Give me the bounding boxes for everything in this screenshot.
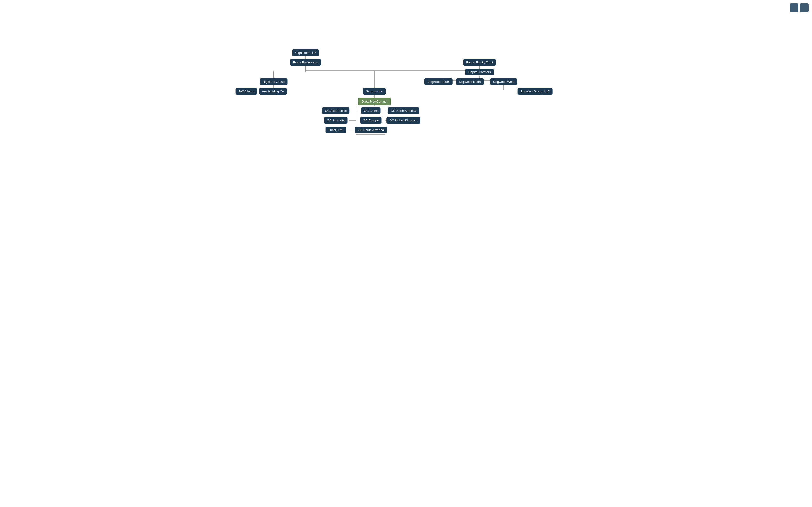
node-frank[interactable]: Frank Businesses <box>290 59 321 66</box>
node-jeff[interactable]: Jeff Clinton <box>236 88 257 95</box>
node-dogwood_west[interactable]: Dogwood West <box>490 78 517 85</box>
node-gc_china[interactable]: GC China <box>361 107 380 114</box>
node-gc_europe[interactable]: GC Europe <box>360 117 382 124</box>
node-gc_south[interactable]: GC South America <box>355 127 387 133</box>
help-button[interactable] <box>800 3 809 12</box>
node-dogwood_south[interactable]: Dogwood South <box>424 78 453 85</box>
node-lucor[interactable]: Lucor, Ltd. <box>325 127 346 133</box>
connector-lines <box>236 0 576 213</box>
node-greatnewco[interactable]: Great NewCo, Inc. <box>358 98 391 105</box>
node-gigazoom[interactable]: Gigazoom LLP <box>292 50 319 56</box>
node-baseline[interactable]: Baseline Group, LLC <box>518 88 553 95</box>
node-gc_uk[interactable]: GC United Kingdom <box>387 117 420 124</box>
print-button[interactable] <box>790 3 799 12</box>
node-gc_australia[interactable]: GC Australia <box>324 117 348 124</box>
node-evans[interactable]: Evans Family Trust <box>463 59 496 66</box>
node-gc_north[interactable]: GC North America <box>388 107 419 114</box>
node-anyholding[interactable]: Any Holding Co <box>259 88 287 95</box>
node-highland[interactable]: Highland Group <box>260 78 288 85</box>
node-gc_asia[interactable]: GC Asia Pacific <box>322 107 350 114</box>
chart-container: Gigazoom LLPFrank BusinessesEvans Family… <box>236 0 576 213</box>
node-dogwood_north[interactable]: Dogwood North <box>456 78 484 85</box>
node-sonoma[interactable]: Sonoma Inc <box>363 88 386 95</box>
toolbar <box>790 3 809 12</box>
node-capital[interactable]: Capital Partners <box>465 69 494 75</box>
